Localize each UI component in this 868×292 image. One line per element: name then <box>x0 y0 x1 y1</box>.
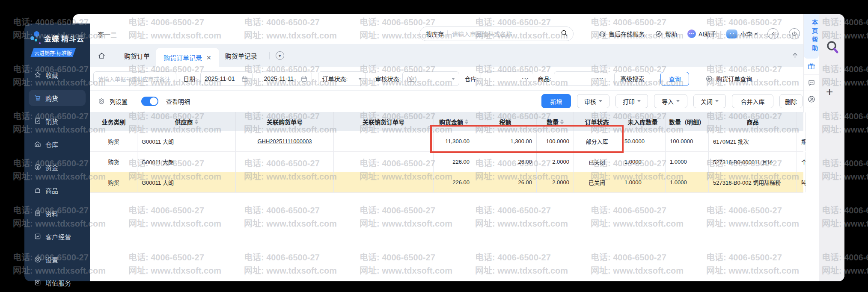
query-button[interactable]: 查询 <box>660 72 689 86</box>
sidebar-item-label: 增值服务 <box>45 278 71 287</box>
user-menu[interactable]: 小李▾ <box>726 29 757 38</box>
ellipsis-icon[interactable]: ··· <box>522 75 529 82</box>
warehouse-picker[interactable]: ··· <box>481 71 533 86</box>
sidebar-item-4[interactable]: 资金 <box>29 159 86 175</box>
screenshot-canvas: 金蝶精斗云 云进销存·标准版 收藏购货销货仓库资金商品资料客户经营设置增值服务 … <box>0 0 868 292</box>
search-category[interactable]: 搜库存 <box>426 29 444 38</box>
cell-0-9: 100.0000 <box>666 131 709 151</box>
sort-icon[interactable] <box>560 119 564 124</box>
date-separator: - <box>255 75 257 82</box>
tab-1[interactable]: 购货订单记录✕ <box>156 48 219 67</box>
help-rail: 本页帮助 <box>803 14 819 112</box>
sidebar-item-8[interactable]: 设置 <box>29 251 86 268</box>
column-header-0[interactable]: 业务类别 <box>90 112 137 131</box>
column-settings-label[interactable]: 列设置 <box>110 97 128 106</box>
outer-side-panel: + <box>819 14 844 281</box>
tab-2[interactable]: 购货单记录 <box>219 51 263 60</box>
sidebar-item-label: 资金 <box>45 163 58 172</box>
plus-icon[interactable]: + <box>826 85 833 99</box>
sidebar-item-5[interactable]: 商品 <box>29 182 86 198</box>
chevron-down-icon: ▾ <box>755 31 757 37</box>
column-header-11[interactable] <box>797 112 806 131</box>
sidebar-item-2[interactable]: 销货 <box>29 113 86 129</box>
sidebar-item-label: 仓库 <box>45 140 58 149</box>
toolbar-button-1[interactable]: 审核 <box>577 94 609 108</box>
home-icon[interactable] <box>98 52 106 60</box>
tab-list-chevron-down-icon[interactable]: ▾ <box>276 51 284 60</box>
order-query-link[interactable]: 购货订单查询 <box>705 74 752 83</box>
sidebar-item-3[interactable]: 仓库 <box>29 136 86 152</box>
scroll-top-icon[interactable] <box>791 51 799 61</box>
toolbar-button-4[interactable]: 关闭 <box>693 94 726 108</box>
column-header-8[interactable]: 未入库数量 <box>620 112 666 131</box>
toolbar-button-2[interactable]: 打印 <box>615 94 648 108</box>
column-header-7[interactable]: 订单状态 <box>574 112 620 131</box>
power-button[interactable] <box>789 28 800 39</box>
topbar-action-0[interactable]: 售后在线服务 <box>598 29 645 38</box>
ellipsis-icon[interactable]: ··· <box>597 75 604 82</box>
order-status-select[interactable]: 订单状态: <box>318 71 366 86</box>
date-label: 日期: <box>183 74 197 83</box>
column-header-1[interactable]: 供应商 <box>137 112 236 131</box>
tab-bar: 购货订单购货订单记录✕购货单记录 ▾ <box>90 44 803 67</box>
column-header-5[interactable]: 税额 <box>474 112 537 131</box>
advanced-search-button[interactable]: 高级搜索 <box>614 72 650 86</box>
topbar-action-1[interactable]: 帮助 <box>655 29 677 38</box>
topbar-action-2[interactable]: •••AI助手 <box>687 29 716 38</box>
table-row-2[interactable]: 购货G00011 大朗226.0026.002.0000已关闭1.00001.0… <box>90 172 803 193</box>
sidebar-item-7[interactable]: 客户经营 <box>29 228 86 245</box>
cell-0-0: 购货 <box>90 131 137 151</box>
sidebar: 金蝶精斗云 云进销存·标准版 收藏购货销货仓库资金商品资料客户经营设置增值服务 <box>24 24 90 281</box>
column-header-9[interactable]: 数量（明细） <box>666 112 709 131</box>
sort-icon[interactable] <box>195 119 198 124</box>
column-header-2[interactable]: 关联购货单号 <box>236 112 334 131</box>
date-to-input[interactable]: 2025-11-11 <box>260 71 312 86</box>
document-search-input[interactable]: 请输入单据号或供应商或备注 <box>93 71 176 86</box>
toolbar-button-6[interactable]: 删除 <box>779 94 803 108</box>
toolbar-button-3[interactable]: 导入 <box>654 94 687 108</box>
heart-square-icon <box>34 279 42 286</box>
view-detail-toggle[interactable] <box>141 97 158 106</box>
bag-icon <box>34 186 42 194</box>
sidebar-item-label: 销货 <box>45 117 58 126</box>
search-input[interactable]: 请输入商品编码或名称 <box>452 29 560 38</box>
chat-icon[interactable] <box>804 75 819 91</box>
column-settings-icon[interactable] <box>98 97 105 105</box>
sidebar-item-0[interactable]: 收藏 <box>29 67 86 83</box>
date-from-input[interactable]: 2025-11-01 <box>200 71 253 86</box>
cell-0-4: 11,300.00 <box>434 131 474 151</box>
cell-0-3 <box>334 131 434 151</box>
audit-status-select[interactable]: (空) <box>402 71 459 86</box>
table-row-1[interactable]: 购货G00011 大朗226.0026.002.0000已关闭1.00001.0… <box>90 152 803 172</box>
order-number-link[interactable]: GHH20251111000003 <box>257 138 312 145</box>
page-help-tab[interactable]: 本页帮助 <box>804 14 819 59</box>
column-header-6[interactable]: 数量 <box>537 112 574 131</box>
sort-icon[interactable] <box>465 119 468 124</box>
warehouse-label: 仓库: <box>464 74 478 83</box>
sidebar-item-6[interactable]: 资料 <box>29 205 86 221</box>
table-row-0[interactable]: 购货G00011 大朗GHH2025111100000311,300.001,3… <box>90 131 803 152</box>
back-button[interactable] <box>767 28 779 39</box>
search-icon[interactable] <box>560 29 568 38</box>
toolbar-button-5[interactable]: 合并入库 <box>732 94 773 108</box>
inventory-search[interactable]: 搜库存 请输入商品编码或名称 <box>419 27 574 41</box>
cell-1-4: 226.00 <box>434 152 474 172</box>
tab-0[interactable]: 购货订单 <box>118 51 156 60</box>
magnifier-icon[interactable] <box>825 40 840 59</box>
cell-1-2 <box>236 152 334 172</box>
column-header-4[interactable]: 购货金额 <box>434 112 474 131</box>
user-avatar <box>726 29 737 38</box>
brand-product: 精斗云 <box>61 35 84 43</box>
toolbar-button-0[interactable]: 新增 <box>541 94 571 108</box>
double-chevron-right-icon[interactable] <box>804 91 819 107</box>
user-name: 小李 <box>740 29 752 38</box>
column-header-3[interactable]: 关联销货订单号 <box>334 112 434 131</box>
cell-1-1: G00011 大朗 <box>137 152 236 172</box>
close-tab-icon[interactable]: ✕ <box>206 54 211 61</box>
column-header-10[interactable]: 商品 <box>709 112 797 131</box>
table-header-row: 业务类别供应商关联购货单号关联销货订单号购货金额税额数量订单状态未入库数量数量（… <box>90 112 803 131</box>
gift-icon[interactable] <box>804 59 819 75</box>
goods-picker[interactable]: ··· <box>554 71 608 86</box>
sidebar-item-9[interactable]: 增值服务 <box>29 274 86 291</box>
sidebar-item-1[interactable]: 购货 <box>29 90 86 106</box>
